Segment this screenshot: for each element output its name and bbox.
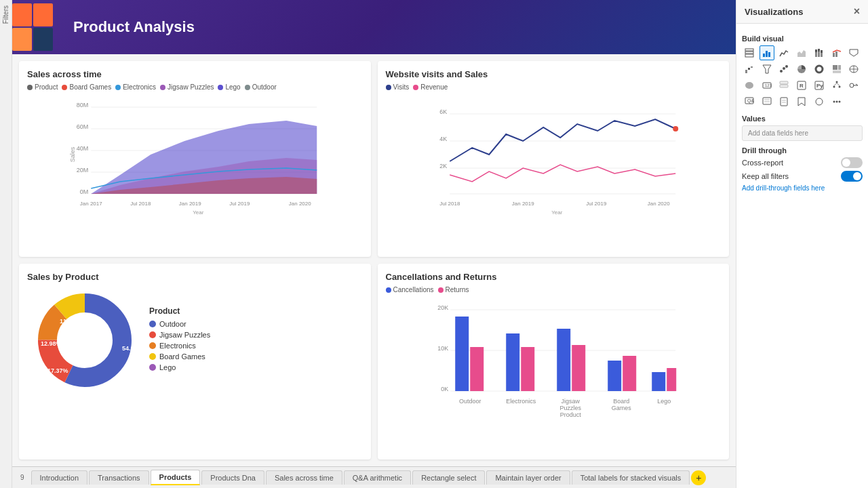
svg-rect-79	[821, 50, 823, 53]
viz-ribbon-icon[interactable]	[846, 45, 861, 60]
viz-treemap-icon[interactable]	[829, 62, 844, 77]
viz-bar-icon[interactable]	[760, 45, 774, 60]
cross-report-toggle[interactable]	[841, 157, 863, 168]
viz-r-icon[interactable]: R	[794, 78, 809, 93]
viz-close-button[interactable]: ×	[854, 5, 860, 18]
values-drop-area[interactable]: Add data fields here	[742, 125, 863, 141]
legend-item-outdoor: Outdoor	[245, 83, 277, 91]
svg-text:60M: 60M	[77, 123, 89, 130]
svg-text:R: R	[800, 83, 804, 89]
cross-report-label: Cross-report	[742, 159, 783, 167]
svg-rect-71	[766, 51, 768, 57]
tab-transactions[interactable]: Transactions	[89, 470, 149, 485]
header: Product Analysis	[12, 0, 736, 54]
viz-filled-map-icon[interactable]	[742, 78, 757, 93]
viz-decomp-icon[interactable]	[829, 78, 844, 93]
svg-point-27	[673, 126, 678, 131]
viz-waterfall-icon[interactable]	[742, 62, 757, 77]
svg-rect-49	[455, 317, 469, 391]
svg-rect-77	[818, 49, 820, 52]
visualizations-panel: Visualizations × Build visual	[736, 0, 868, 488]
svg-text:Jul 2019: Jul 2019	[586, 201, 607, 207]
add-drill-field-link[interactable]: Add drill-through fields here	[742, 184, 863, 192]
svg-rect-68	[745, 52, 753, 54]
svg-rect-80	[833, 53, 835, 57]
svg-line-110	[837, 83, 840, 86]
svg-rect-93	[833, 70, 841, 73]
tab-qa[interactable]: Q&A arithmetic	[344, 470, 411, 485]
svg-point-126	[838, 101, 840, 103]
drill-through-section: Drill through Cross-report Keep all filt…	[742, 146, 863, 192]
tab-rectangle-select[interactable]: Rectangle select	[412, 470, 485, 485]
tab-maintain-layer[interactable]: Maintain layer order	[486, 470, 570, 485]
svg-text:Py: Py	[816, 83, 823, 89]
svg-text:2K: 2K	[439, 163, 447, 169]
viz-qna-icon[interactable]: Q&A	[742, 94, 757, 109]
cross-report-knob	[842, 159, 850, 167]
svg-rect-52	[521, 347, 534, 391]
svg-point-124	[833, 101, 835, 103]
svg-rect-56	[623, 356, 636, 391]
legend-item-electronics: Electronics	[115, 83, 156, 91]
build-visual-label: Build visual	[742, 35, 863, 43]
viz-python-icon[interactable]: Py	[812, 78, 827, 93]
svg-text:80M: 80M	[77, 102, 89, 108]
svg-rect-81	[835, 52, 837, 57]
svg-text:Puzzles: Puzzles	[559, 405, 581, 411]
viz-funnel-icon[interactable]	[760, 62, 774, 77]
svg-rect-119	[781, 98, 787, 106]
svg-point-125	[835, 101, 837, 103]
svg-point-108	[838, 86, 840, 88]
viz-card-icon[interactable]: 123	[760, 78, 774, 93]
tab-total-labels[interactable]: Total labels for stacked visuals	[572, 470, 690, 485]
tab-products-dna[interactable]: Products Dna	[201, 470, 264, 485]
pie-jigsaw: Jigsaw Puzzles	[149, 331, 210, 339]
svg-text:Jul 2019: Jul 2019	[229, 201, 250, 207]
page-title: Product Analysis	[73, 18, 195, 36]
svg-rect-82	[745, 70, 747, 73]
viz-area-icon[interactable]	[794, 45, 809, 60]
viz-shape-icon[interactable]	[812, 94, 827, 109]
svg-text:Q&A: Q&A	[747, 98, 754, 104]
viz-narrative-icon[interactable]	[760, 94, 774, 109]
keep-filters-toggle[interactable]	[841, 171, 863, 182]
viz-more-icon[interactable]	[829, 94, 844, 109]
svg-text:Sales: Sales	[69, 146, 76, 162]
viz-key-influencer-icon[interactable]	[846, 78, 861, 93]
viz-bookmark-icon[interactable]	[794, 94, 809, 109]
filter-strip: Filters	[0, 0, 12, 488]
svg-text:Lego: Lego	[657, 398, 671, 405]
viz-title: Visualizations	[745, 7, 803, 17]
svg-marker-85	[763, 65, 771, 73]
svg-point-106	[835, 81, 837, 83]
viz-line-icon[interactable]	[776, 45, 791, 60]
viz-pie-icon[interactable]	[794, 62, 809, 77]
cancellations-chart: 20K 10K 0K	[386, 296, 722, 425]
svg-rect-78	[821, 53, 823, 57]
dashboard-body: Sales across time Product Board Games El…	[12, 54, 736, 466]
svg-text:Games: Games	[611, 405, 631, 411]
keep-filters-row: Keep all filters	[742, 171, 863, 182]
viz-stacked-bar-icon[interactable]	[812, 45, 827, 60]
svg-point-90	[817, 68, 821, 71]
svg-marker-73	[797, 50, 806, 57]
tab-introduction[interactable]: Introduction	[31, 470, 87, 485]
add-tab-button[interactable]: +	[691, 470, 706, 485]
viz-scatter-icon[interactable]	[776, 62, 791, 77]
svg-text:Jan 2019: Jan 2019	[179, 201, 201, 207]
svg-line-109	[834, 83, 837, 86]
viz-paginated-icon[interactable]	[776, 94, 791, 109]
tab-products[interactable]: Products	[151, 470, 201, 485]
viz-combo-icon[interactable]	[829, 45, 844, 60]
viz-table-icon[interactable]	[742, 45, 757, 60]
svg-rect-70	[763, 54, 765, 57]
svg-rect-76	[818, 52, 820, 57]
viz-map-icon[interactable]	[846, 62, 861, 77]
svg-rect-84	[751, 66, 753, 68]
tab-sales-across-time[interactable]: Sales across time	[266, 470, 342, 485]
viz-multirow-card-icon[interactable]	[776, 78, 791, 93]
pie-legend: Product Outdoor Jigsaw Puzzles Electroni…	[149, 306, 210, 374]
svg-rect-57	[652, 372, 665, 391]
viz-donut-icon[interactable]	[812, 62, 827, 77]
svg-text:20K: 20K	[437, 304, 448, 311]
